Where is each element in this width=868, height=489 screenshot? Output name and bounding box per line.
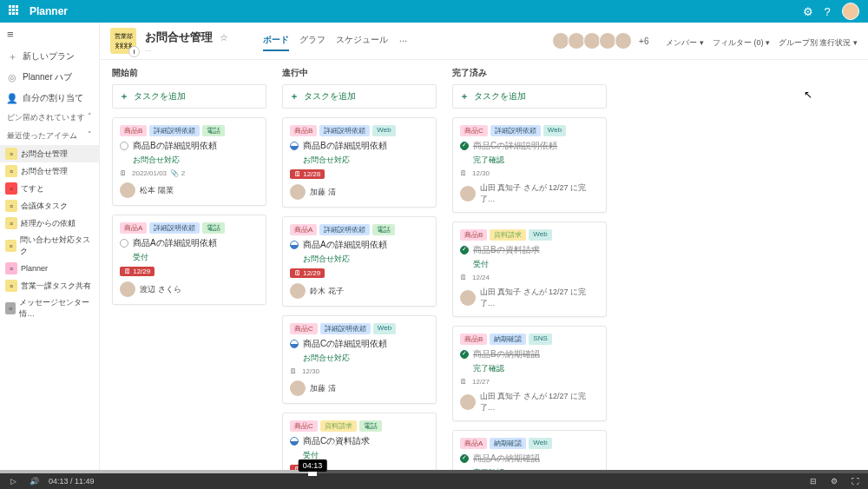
play-icon[interactable]: ▷ — [7, 477, 19, 486]
member-avatars[interactable]: +6 — [556, 32, 648, 50]
calendar-icon: 🗓 — [460, 169, 467, 177]
task-tag: 商品A — [290, 224, 317, 235]
due-badge: 🗓 12/29 — [290, 268, 325, 278]
sidebar-plan-item[interactable]: ≡会議体タスク — [0, 197, 99, 215]
task-checklist: 完了確認 — [473, 363, 599, 374]
app-topbar: Planner ⚙ ? — [0, 0, 868, 23]
plus-icon: ＋ — [7, 51, 17, 62]
app-title: Planner — [30, 5, 68, 17]
video-controls: 04:13 ▷ 🔊 04:13 / 11:49 ⊟ ⚙ ⛶ — [0, 473, 868, 489]
task-card[interactable]: 商品A詳細説明依頼電話商品Aの詳細説明依頼お問合せ対応🗓 12/29鈴木 花子 — [282, 216, 437, 307]
task-card[interactable]: 商品B詳細説明依頼電話商品Bの詳細説明依頼お問合せ対応🗓 2022/01/03 … — [112, 117, 266, 206]
status-circle[interactable] — [460, 246, 469, 254]
kanban-board: 開始前＋タスクを追加商品B詳細説明依頼電話商品Bの詳細説明依頼お問合せ対応🗓 2… — [100, 60, 868, 473]
plan-menu[interactable]: … — [145, 45, 228, 53]
task-tag: 電話 — [202, 222, 225, 234]
nav-section-pinned[interactable]: ピン留めされています˄ — [0, 109, 99, 127]
nav-section-recent[interactable]: 最近使ったアイテム˄ — [0, 127, 99, 145]
task-card[interactable]: 商品A詳細説明依頼電話商品Aの詳細説明依頼受付🗓 12/29渡辺 さくら — [112, 215, 266, 305]
completed-text: 山田 真知子 さんが 12/27 に完了… — [480, 287, 599, 309]
info-icon[interactable]: i — [128, 46, 140, 57]
view-tab[interactable]: グラフ — [299, 30, 326, 51]
plan-icon: ≡ — [5, 200, 17, 212]
help-icon[interactable]: ? — [818, 5, 837, 18]
add-task-button[interactable]: ＋タスクを追加 — [452, 84, 607, 109]
task-card[interactable]: 商品B納期確認SNS商品Bの納期確認完了確認🗓 12/27山田 真知子 さんが … — [452, 326, 607, 421]
task-title: 商品Aの納期確認 — [473, 453, 540, 465]
waffle-icon[interactable] — [9, 5, 21, 17]
task-card[interactable]: 商品A納期確認Web商品Aの納期確認完了確認🗓 12/27山田 真知子 さんが … — [452, 430, 607, 473]
status-circle[interactable] — [460, 454, 469, 463]
plan-label: メッセージセンター情… — [19, 297, 94, 320]
add-task-label: タスクを追加 — [134, 90, 186, 102]
status-circle[interactable] — [460, 350, 469, 359]
assignee-name: 松本 陽菜 — [140, 185, 174, 196]
task-tag: 商品B — [460, 334, 487, 345]
task-title: 商品Aの詳細説明依頼 — [303, 239, 387, 251]
view-tab[interactable]: ボード — [263, 30, 289, 51]
nav-assigned[interactable]: 👤自分の割り当て — [0, 88, 99, 109]
fullscreen-icon[interactable]: ⛶ — [849, 477, 861, 486]
status-circle[interactable] — [120, 142, 128, 150]
plan-label: お問合せ管理 — [21, 166, 68, 177]
task-checklist: 完了確認 — [473, 155, 599, 166]
status-circle[interactable] — [290, 241, 299, 249]
more-members[interactable]: +6 — [639, 36, 648, 46]
task-tag: 商品A — [460, 438, 487, 449]
video-settings-icon[interactable]: ⚙ — [828, 477, 840, 486]
sidebar-plan-item[interactable]: ≡お問合せ管理 — [0, 145, 99, 162]
plus-icon: ＋ — [120, 90, 128, 102]
sidebar-plan-item[interactable]: ≡経理からの依頼 — [0, 215, 99, 232]
hamburger-icon[interactable]: ≡ — [0, 23, 99, 46]
video-time: 04:13 / 11:49 — [49, 477, 95, 486]
plan-label: お問合せ管理 — [21, 149, 68, 160]
sidebar-plan-item[interactable]: ≡お問合せ管理 — [0, 162, 99, 180]
status-circle[interactable] — [290, 437, 299, 446]
assignee-avatar — [120, 182, 135, 198]
status-circle[interactable] — [460, 142, 469, 150]
add-task-button[interactable]: ＋タスクを追加 — [282, 84, 437, 109]
nav-new-plan[interactable]: ＋新しいプラン — [0, 46, 99, 67]
sidebar-plan-item[interactable]: ≡営業一課タスク共有 — [0, 277, 99, 294]
user-avatar[interactable] — [842, 3, 859, 20]
header-filter[interactable]: フィルター (0) ▾ — [713, 38, 770, 47]
task-tag: 詳細説明依頼 — [320, 323, 371, 334]
sidebar-plan-item[interactable]: ≡問い合わせ対応タスク — [0, 232, 99, 260]
assignee-avatar — [290, 184, 306, 200]
plan-icon: ≡ — [5, 148, 17, 160]
task-tag: SNS — [529, 334, 551, 345]
task-tag: 納期確認 — [490, 334, 526, 345]
assignee-avatar — [120, 281, 135, 297]
plan-label: 会議体タスク — [21, 201, 68, 212]
nav-hub[interactable]: ◎Planner ハブ — [0, 67, 99, 88]
task-card[interactable]: 商品B資料請求Web商品Bの資料請求受付🗓 12/24山田 真知子 さんが 12… — [452, 221, 607, 317]
task-title: 商品Bの納期確認 — [473, 348, 540, 360]
task-tag: 電話 — [372, 224, 395, 235]
favorite-icon[interactable]: ☆ — [220, 32, 228, 43]
video-seek-track[interactable] — [0, 470, 868, 473]
column-title: 進行中 — [282, 67, 437, 79]
header-filter[interactable]: グループ別 進行状況 ▾ — [779, 38, 858, 47]
task-tag: 商品C — [290, 420, 318, 432]
cc-icon[interactable]: ⊟ — [807, 477, 819, 486]
assignee-name: 加藤 清 — [310, 383, 336, 394]
sidebar-plan-item[interactable]: ≡メッセージセンター情… — [0, 294, 99, 322]
header-filter[interactable]: メンバー ▾ — [666, 38, 704, 47]
view-tab[interactable]: スケジュール — [336, 30, 388, 51]
sidebar-plan-item[interactable]: ≡てすと — [0, 180, 99, 197]
status-circle[interactable] — [290, 340, 299, 348]
add-task-button[interactable]: ＋タスクを追加 — [112, 84, 266, 109]
task-card[interactable]: 商品B詳細説明依頼Web商品Bの詳細説明依頼お問合せ対応🗓 12/28加藤 清 — [282, 117, 437, 208]
status-circle[interactable] — [290, 142, 299, 150]
settings-icon[interactable]: ⚙ — [799, 5, 818, 18]
task-card[interactable]: 商品C詳細説明依頼Web商品Cの詳細説明依頼お問合せ対応🗓 12/30加藤 清 — [282, 315, 437, 404]
sidebar-plan-item[interactable]: ≡Planner — [0, 260, 99, 277]
task-card[interactable]: 商品C詳細説明依頼Web商品Cの詳細説明依頼完了確認🗓 12/30山田 真知子 … — [452, 117, 607, 213]
volume-icon[interactable]: 🔊 — [28, 477, 40, 486]
task-checklist: お問合せ対応 — [133, 155, 259, 166]
status-circle[interactable] — [120, 239, 128, 248]
nav-label: 自分の割り当て — [23, 92, 83, 104]
view-tab[interactable]: … — [398, 30, 407, 51]
task-tag: Web — [543, 125, 566, 136]
task-meta: 🗓 12/30 — [460, 169, 599, 177]
